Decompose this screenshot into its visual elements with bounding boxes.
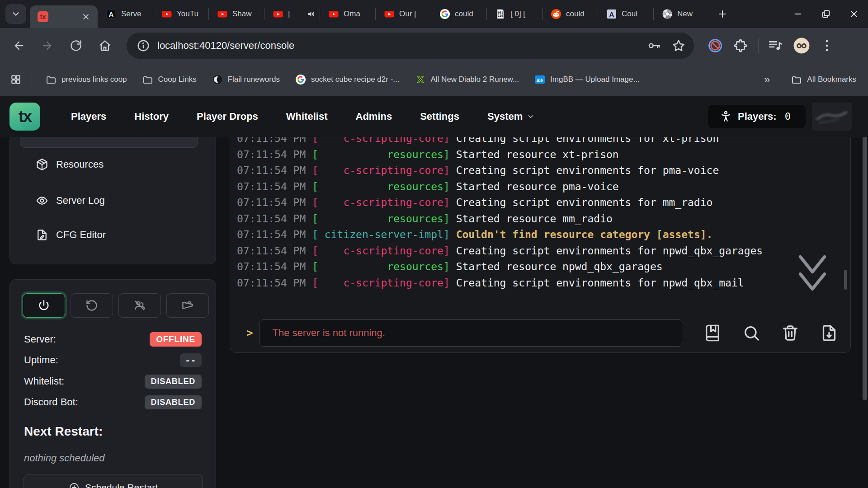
minimize-button[interactable] (784, 0, 812, 28)
tab-title: Our | (399, 9, 427, 19)
nav-item-history[interactable]: History (134, 111, 169, 122)
nav-item-settings[interactable]: Settings (420, 111, 459, 122)
all-bookmarks-button[interactable]: All Bookmarks (791, 74, 856, 85)
close-window-button[interactable] (840, 0, 868, 28)
tab-item[interactable]: Oma (320, 3, 375, 25)
start-server-button[interactable] (23, 293, 65, 318)
sidebar-item-resources[interactable]: Resources (36, 155, 104, 174)
bookmarks-bar: previous links coopCoop LinksFlail runew… (0, 63, 868, 96)
tab-item[interactable]: could (542, 3, 598, 25)
console-timestamp: 07:11:54 PM (237, 229, 312, 240)
media-controls-icon[interactable] (768, 38, 783, 53)
sidebar-item-server-log[interactable]: Server Log (36, 191, 105, 210)
tab-favicon-chrome-gray (662, 9, 673, 19)
bookmark-item[interactable]: XAll New Diablo 2 Runew... (415, 74, 519, 85)
console-output[interactable]: 07:11:54 PM [ c-scripting-core] Creating… (237, 131, 839, 292)
sidebar-item-cfg-editor[interactable]: CFG Editor (36, 225, 106, 244)
tab-item[interactable]: could (431, 3, 486, 25)
trash-icon (781, 324, 799, 342)
svg-text:A: A (109, 10, 114, 18)
close-tab-icon[interactable] (81, 12, 90, 21)
schedule-restart-button[interactable]: Schedule Restart (24, 474, 203, 488)
announce-button[interactable] (166, 293, 209, 318)
bookmark-item[interactable]: Flail runewords (212, 74, 280, 85)
nav-item-label: Player Drops (197, 111, 258, 122)
console-tag: [ citizen-server-impl] (312, 229, 456, 240)
plus-circle-icon (69, 482, 80, 488)
search-console-button[interactable] (741, 323, 762, 343)
restore-button[interactable] (812, 0, 840, 28)
bookmark-item[interactable]: Coop Links (142, 74, 197, 85)
bookmark-item[interactable]: previous links coop (46, 74, 127, 85)
bookmarks-list: previous links coopCoop LinksFlail runew… (32, 74, 640, 85)
nav-item-whitelist[interactable]: Whitelist (286, 111, 328, 122)
command-input-box[interactable] (259, 319, 683, 347)
tab-favicon-google (439, 9, 450, 19)
nav-item-player-drops[interactable]: Player Drops (197, 111, 258, 122)
nav-item-players[interactable]: Players (71, 111, 106, 122)
tab-item[interactable]: 001110[ 0] [ (487, 3, 542, 25)
txadmin-page: 07:11:54 PM [ c-scripting-core] Creating… (0, 96, 868, 488)
page-scrollbar-thumb[interactable] (863, 102, 867, 400)
console-timestamp: 07:11:54 PM (237, 181, 312, 192)
url-text[interactable]: localhost:40120/server/console (157, 40, 647, 52)
console-message: Started resource pma-voice (456, 181, 619, 192)
console-message: Creating script environments for npwd_qb… (456, 277, 744, 289)
saved-commands-button[interactable] (702, 323, 723, 343)
clear-console-button[interactable] (780, 323, 801, 343)
bookmark-star-icon[interactable] (671, 38, 686, 53)
sidebar-item-label: Resources (56, 159, 104, 170)
profile-avatar[interactable] (793, 37, 810, 54)
tab-item[interactable]: YouTu (153, 3, 208, 25)
content-blocker-extension-icon[interactable] (708, 38, 723, 53)
bookmark-label: socket cube recipe d2r -... (311, 75, 400, 84)
nav-item-system[interactable]: System (487, 111, 535, 122)
players-count-button[interactable]: Players: 0 (708, 105, 806, 128)
console-scrollbar-thumb[interactable] (844, 270, 847, 290)
reload-button[interactable] (64, 34, 88, 57)
tab-item[interactable]: AServe (98, 3, 153, 25)
forward-button[interactable] (35, 34, 59, 57)
tab-search-button[interactable] (5, 4, 26, 24)
tab-item[interactable]: | (264, 3, 320, 25)
tab-item[interactable]: New (654, 3, 709, 25)
bookmark-item[interactable]: ibbImgBB — Upload Image... (534, 74, 639, 85)
txadmin-logo[interactable]: tx (9, 103, 40, 131)
tab-active-txadmin[interactable]: tx (30, 5, 98, 28)
tab-item[interactable]: Shaw (209, 3, 264, 25)
console-tag: [ resources] (312, 149, 456, 160)
tab-item[interactable]: Our | (376, 3, 431, 25)
site-info-icon[interactable] (137, 39, 150, 52)
tab-favicon-youtube (328, 9, 339, 19)
extensions-puzzle-icon[interactable] (733, 38, 748, 53)
console-timestamp: 07:11:54 PM (237, 277, 312, 289)
home-icon (99, 39, 111, 52)
nav-item-admins[interactable]: Admins (356, 111, 392, 122)
apps-grid-icon[interactable] (10, 74, 22, 85)
bookmarks-overflow-button[interactable]: » (764, 73, 771, 86)
tab-item[interactable]: ACoul (598, 3, 653, 25)
address-bar[interactable]: localhost:40120/server/console (127, 33, 694, 59)
console-line: 07:11:54 PM [ c-scripting-core] Creating… (237, 195, 839, 211)
bookmark-item[interactable]: socket cube recipe d2r -... (295, 74, 400, 85)
tab-title: [ 0] [ (510, 9, 538, 19)
reload-icon (70, 39, 82, 52)
console-message: Couldn't find resource category [assets]… (456, 229, 713, 240)
console-line: 07:11:54 PM [ c-scripting-core] Creating… (237, 243, 839, 259)
new-tab-button[interactable] (713, 5, 731, 23)
status-label: Whitelist: (24, 375, 64, 387)
server-thumbnail-image (812, 103, 852, 131)
kick-all-button[interactable] (118, 293, 161, 318)
password-manager-icon[interactable] (647, 38, 661, 53)
restart-server-button[interactable] (71, 293, 113, 318)
players-count: 0 (785, 111, 791, 122)
back-icon (13, 39, 25, 52)
console-message: Started resource xt-prison (456, 149, 619, 160)
home-button[interactable] (93, 34, 117, 57)
download-log-button[interactable] (819, 323, 840, 343)
command-input[interactable] (271, 327, 671, 339)
scroll-to-bottom-button[interactable] (794, 252, 830, 301)
console-tag: [ resources] (312, 181, 456, 192)
back-button[interactable] (7, 34, 31, 57)
browser-menu-icon[interactable] (819, 38, 835, 53)
